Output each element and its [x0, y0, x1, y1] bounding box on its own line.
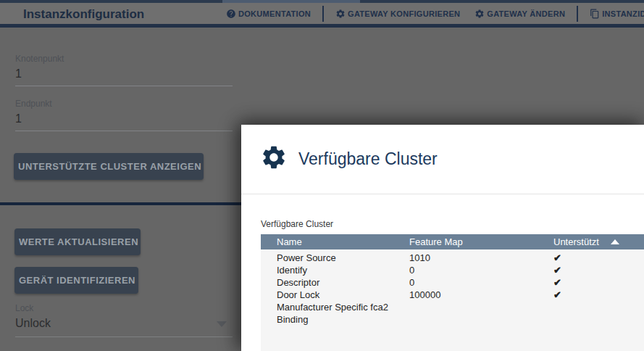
column-header-feature-map[interactable]: Feature Map	[409, 236, 553, 247]
lock-select-field: Lock Unlock	[15, 303, 233, 337]
endpunkt-input[interactable]: 1	[15, 112, 233, 131]
menu-item-label: GATEWAY KONFIGURIEREN	[348, 9, 460, 18]
app-bar-accent-strip	[0, 24, 644, 28]
menu-divider	[577, 6, 578, 22]
sort-ascending-icon	[611, 239, 619, 244]
cell-feature-map: 0	[409, 276, 553, 289]
cell-name: Door Lock	[261, 289, 409, 301]
gear-icon	[335, 9, 346, 19]
table-row[interactable]: Binding	[261, 313, 644, 326]
menu-item-dokumentation[interactable]: DOKUMENTATION	[219, 9, 318, 19]
supported-check-icon: ✔	[553, 276, 644, 289]
cell-feature-map	[409, 313, 553, 326]
gear-icon	[260, 144, 288, 171]
show-supported-clusters-button[interactable]: UNTERSTÜTZTE CLUSTER ANZEIGEN	[14, 153, 204, 180]
cell-feature-map	[409, 301, 553, 313]
cell-feature-map: 0	[409, 264, 553, 276]
copy-icon	[590, 9, 600, 19]
supported-check-icon: ✔	[553, 289, 644, 301]
column-header-label: Unterstützt	[553, 236, 599, 247]
cluster-table-label: Verfügbare Cluster	[261, 219, 333, 229]
page-title: Instanzkonfiguration	[23, 7, 144, 22]
supported-check-icon	[553, 313, 644, 326]
table-row[interactable]: Manufacturer Specific fca2	[261, 301, 644, 313]
menu-item-label: GATEWAY ÄNDERN	[487, 9, 565, 18]
supported-check-icon	[553, 301, 644, 313]
dialog-title: Verfügbare Cluster	[298, 149, 438, 169]
app-bar-menu: DOKUMENTATION GATEWAY KONFIGURIEREN GATE…	[219, 3, 644, 24]
endpunkt-field: Endpunkt 1	[15, 99, 233, 131]
menu-divider	[322, 6, 324, 22]
gear-icon	[474, 9, 485, 19]
cluster-table: Name Feature Map Unterstützt Power Sourc…	[261, 234, 644, 351]
menu-item-gateway-aendern[interactable]: GATEWAY ÄNDERN	[467, 9, 572, 19]
cell-name: Manufacturer Specific fca2	[261, 301, 409, 313]
column-header-name[interactable]: Name	[261, 236, 409, 247]
knotenpunkt-input[interactable]: 1	[15, 67, 233, 86]
help-icon	[226, 9, 236, 19]
menu-item-label: DOKUMENTATION	[238, 9, 311, 18]
cell-name: Descriptor	[261, 276, 409, 289]
table-row[interactable]: Power Source 1010 ✔	[261, 252, 644, 264]
section-divider	[0, 202, 241, 205]
knotenpunkt-label: Knotenpunkt	[15, 54, 233, 64]
cell-name: Binding	[261, 313, 409, 326]
chevron-down-icon	[217, 321, 227, 327]
menu-item-label: INSTANZID KOPIEREN	[602, 9, 644, 18]
lock-selected-value: Unlock	[15, 316, 233, 331]
lock-label: Lock	[15, 303, 233, 313]
identify-device-button[interactable]: GERÄT IDENTIFIZIEREN	[14, 267, 138, 294]
cell-name: Power Source	[261, 252, 409, 264]
lock-select[interactable]: Unlock	[15, 316, 233, 337]
supported-check-icon: ✔	[553, 252, 644, 264]
supported-check-icon: ✔	[553, 264, 644, 276]
table-row[interactable]: Descriptor 0 ✔	[261, 276, 644, 289]
knotenpunkt-field: Knotenpunkt 1	[15, 54, 233, 86]
table-row[interactable]: Identify 0 ✔	[261, 264, 644, 276]
column-header-unterstuetzt[interactable]: Unterstützt	[553, 236, 644, 247]
available-clusters-dialog: Verfügbare Cluster Verfügbare Cluster Na…	[241, 125, 644, 351]
menu-item-instanzid-kopieren[interactable]: INSTANZID KOPIEREN	[582, 9, 644, 19]
cluster-table-body: Power Source 1010 ✔ Identify 0 ✔ Descrip…	[261, 249, 644, 351]
app-window: Instanzkonfiguration DOKUMENTATION GATEW…	[0, 0, 644, 351]
update-values-button[interactable]: WERTE AKTUALISIEREN	[14, 228, 141, 255]
table-row[interactable]: Door Lock 100000 ✔	[261, 289, 644, 301]
endpunkt-label: Endpunkt	[15, 99, 233, 109]
cell-name: Identify	[261, 264, 409, 276]
menu-item-gateway-konfigurieren[interactable]: GATEWAY KONFIGURIEREN	[328, 9, 467, 19]
dialog-header-divider	[241, 194, 644, 194]
cell-feature-map: 100000	[409, 289, 553, 301]
cluster-table-header: Name Feature Map Unterstützt	[261, 234, 644, 249]
cell-feature-map: 1010	[409, 252, 553, 264]
